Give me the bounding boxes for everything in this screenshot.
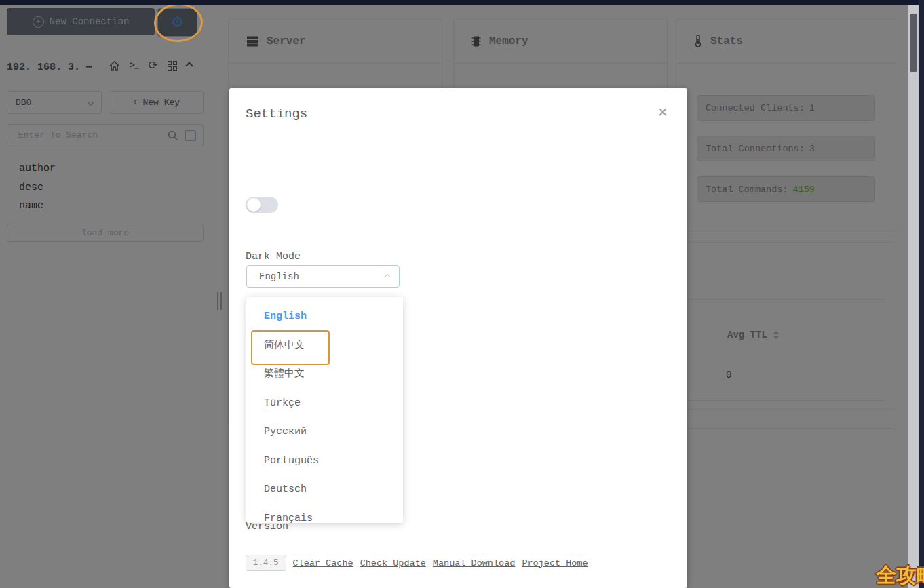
check-update-link[interactable]: Check Update [360, 558, 426, 568]
dark-mode-label: Dark Mode [246, 251, 301, 262]
chevron-up-icon [385, 273, 390, 279]
scrollbar-thumb[interactable] [910, 14, 917, 72]
version-badge: 1.4.5 [246, 555, 286, 571]
clear-cache-link[interactable]: Clear Cache [293, 558, 353, 568]
language-option-turkce[interactable]: Türkçe [246, 389, 403, 418]
language-select[interactable]: English [246, 265, 400, 288]
language-option-english[interactable]: English [246, 302, 403, 332]
annotation-rect-highlight [251, 330, 330, 365]
language-option-russian[interactable]: Русский [246, 418, 403, 447]
page-scrollbar[interactable] [908, 5, 919, 588]
app-window: + New Connection ⚙ 192. 168. 3. ⋯ >_ ⟳ D… [0, 0, 924, 588]
project-home-link[interactable]: Project Home [522, 558, 588, 568]
language-select-value: English [259, 271, 299, 282]
toggle-knob [247, 198, 261, 212]
language-option-deutsch[interactable]: Deutsch [246, 475, 403, 505]
close-icon[interactable]: ✕ [657, 104, 668, 119]
modal-title: Settings [246, 106, 307, 121]
dark-mode-toggle[interactable] [246, 197, 278, 213]
dropdown-arrow [256, 297, 265, 302]
language-option-portugues[interactable]: Português [246, 447, 403, 476]
window-right-edge [919, 0, 924, 588]
language-option-francais[interactable]: Français [246, 505, 403, 524]
watermark-text: 全攻略 [876, 562, 924, 588]
version-row: 1.4.5 Clear Cache Check Update Manual Do… [246, 555, 588, 571]
window-top-edge [0, 0, 924, 5]
manual-download-link[interactable]: Manual Download [433, 558, 516, 568]
